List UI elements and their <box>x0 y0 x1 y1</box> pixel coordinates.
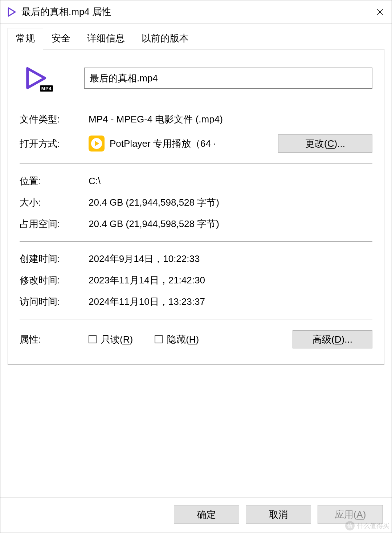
tabs: 常规 安全 详细信息 以前的版本 <box>8 28 384 49</box>
mp4-badge: MP4 <box>40 85 53 92</box>
label-size-on-disk: 占用空间: <box>20 218 89 230</box>
label-opens-with: 打开方式: <box>20 137 89 150</box>
window-title: 最后的真相.mp4 属性 <box>21 5 368 18</box>
label-modified: 修改时间: <box>20 274 89 287</box>
value-file-type: MP4 - MPEG-4 电影文件 (.mp4) <box>89 113 372 126</box>
ok-button[interactable]: 确定 <box>174 505 239 524</box>
dialog-footer: 确定 取消 应用(A) <box>0 497 392 533</box>
change-button[interactable]: 更改(C)... <box>278 134 372 153</box>
file-type-icon <box>5 6 18 18</box>
value-opens-with: PotPlayer 专用播放（64 · <box>110 137 216 150</box>
tab-general[interactable]: 常规 <box>8 28 43 49</box>
svg-marker-3 <box>28 68 45 88</box>
svg-marker-0 <box>8 8 15 16</box>
file-large-icon: MP4 <box>20 65 51 91</box>
tab-details[interactable]: 详细信息 <box>79 28 133 49</box>
value-size: 20.4 GB (21,944,598,528 字节) <box>89 196 372 209</box>
value-size-on-disk: 20.4 GB (21,944,598,528 字节) <box>89 218 372 230</box>
tab-previous-versions[interactable]: 以前的版本 <box>133 28 197 49</box>
label-file-type: 文件类型: <box>20 113 89 126</box>
checkbox-readonly[interactable]: 只读(R) <box>89 333 133 346</box>
potplayer-icon <box>89 136 105 152</box>
label-attributes: 属性: <box>20 333 89 346</box>
tab-security[interactable]: 安全 <box>43 28 79 49</box>
checkbox-icon <box>89 335 97 343</box>
label-size: 大小: <box>20 196 89 209</box>
titlebar: 最后的真相.mp4 属性 <box>0 0 392 24</box>
checkbox-hidden[interactable]: 隐藏(H) <box>155 333 199 346</box>
value-accessed: 2024年11月10日，13:23:37 <box>89 295 372 308</box>
close-icon <box>376 8 384 16</box>
label-created: 创建时间: <box>20 253 89 265</box>
advanced-button[interactable]: 高级(D)... <box>293 330 372 348</box>
checkbox-icon <box>155 335 163 343</box>
close-button[interactable] <box>368 0 392 24</box>
label-location: 位置: <box>20 175 89 187</box>
cancel-button[interactable]: 取消 <box>246 505 311 524</box>
apply-button[interactable]: 应用(A) <box>318 505 383 524</box>
value-modified: 2023年11月14日，21:42:30 <box>89 274 372 287</box>
value-created: 2024年9月14日，10:22:33 <box>89 253 372 265</box>
tab-panel-general: MP4 文件类型: MP4 - MPEG-4 电影文件 (.mp4) 打开方式:… <box>8 49 384 365</box>
label-accessed: 访问时间: <box>20 295 89 308</box>
value-location: C:\ <box>89 175 372 187</box>
filename-input[interactable] <box>84 68 372 89</box>
